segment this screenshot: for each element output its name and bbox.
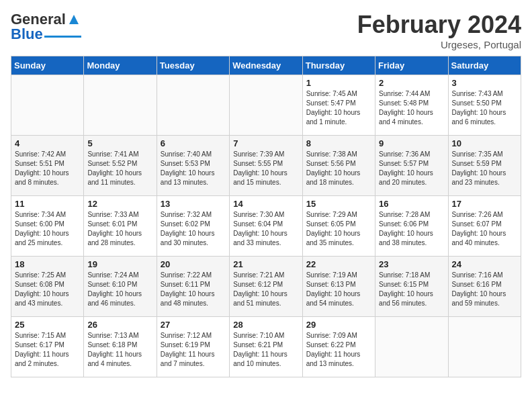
calendar-table: SundayMondayTuesdayWednesdayThursdayFrid… xyxy=(11,56,521,377)
day-info: Sunrise: 7:34 AMSunset: 6:00 PMDaylight:… xyxy=(15,210,80,248)
day-cell: 20Sunrise: 7:22 AMSunset: 6:11 PMDayligh… xyxy=(157,257,229,317)
week-row-5: 25Sunrise: 7:15 AMSunset: 6:17 PMDayligh… xyxy=(11,317,521,377)
day-info: Sunrise: 7:19 AMSunset: 6:13 PMDaylight:… xyxy=(306,271,371,308)
calendar-header: SundayMondayTuesdayWednesdayThursdayFrid… xyxy=(11,56,521,75)
week-row-4: 18Sunrise: 7:25 AMSunset: 6:08 PMDayligh… xyxy=(11,257,521,317)
day-number: 18 xyxy=(15,259,80,269)
day-cell: 21Sunrise: 7:21 AMSunset: 6:12 PMDayligh… xyxy=(230,257,302,317)
page-header: General Blue February 2024 Urgeses, Port… xyxy=(11,11,521,50)
day-number: 20 xyxy=(161,259,226,269)
day-number: 17 xyxy=(452,199,517,209)
day-cell: 26Sunrise: 7:13 AMSunset: 6:18 PMDayligh… xyxy=(84,317,157,377)
day-cell: 16Sunrise: 7:28 AMSunset: 6:06 PMDayligh… xyxy=(375,196,448,257)
day-cell xyxy=(11,75,84,136)
day-cell: 24Sunrise: 7:16 AMSunset: 6:16 PMDayligh… xyxy=(448,257,521,317)
day-number: 12 xyxy=(87,199,152,209)
header-row: SundayMondayTuesdayWednesdayThursdayFrid… xyxy=(11,56,521,75)
week-row-1: 1Sunrise: 7:45 AMSunset: 5:47 PMDaylight… xyxy=(11,75,521,136)
day-number: 5 xyxy=(87,138,152,148)
header-cell-sunday: Sunday xyxy=(11,56,84,75)
day-info: Sunrise: 7:41 AMSunset: 5:52 PMDaylight:… xyxy=(87,150,152,187)
day-info: Sunrise: 7:36 AMSunset: 5:57 PMDaylight:… xyxy=(379,150,444,187)
day-cell: 6Sunrise: 7:40 AMSunset: 5:53 PMDaylight… xyxy=(157,136,229,196)
day-cell: 10Sunrise: 7:35 AMSunset: 5:59 PMDayligh… xyxy=(448,136,521,196)
day-cell: 4Sunrise: 7:42 AMSunset: 5:51 PMDaylight… xyxy=(11,136,84,196)
header-cell-wednesday: Wednesday xyxy=(230,56,302,75)
day-info: Sunrise: 7:09 AMSunset: 6:22 PMDaylight:… xyxy=(306,331,371,369)
day-cell: 5Sunrise: 7:41 AMSunset: 5:52 PMDaylight… xyxy=(84,136,157,196)
day-info: Sunrise: 7:12 AMSunset: 6:19 PMDaylight:… xyxy=(161,331,226,369)
day-cell: 1Sunrise: 7:45 AMSunset: 5:47 PMDaylight… xyxy=(302,75,375,136)
day-number: 21 xyxy=(233,259,298,269)
day-number: 8 xyxy=(306,138,371,148)
day-number: 6 xyxy=(161,138,226,148)
day-info: Sunrise: 7:39 AMSunset: 5:55 PMDaylight:… xyxy=(233,150,298,187)
day-cell: 17Sunrise: 7:26 AMSunset: 6:07 PMDayligh… xyxy=(448,196,521,257)
day-cell: 27Sunrise: 7:12 AMSunset: 6:19 PMDayligh… xyxy=(157,317,229,377)
day-cell: 22Sunrise: 7:19 AMSunset: 6:13 PMDayligh… xyxy=(302,257,375,317)
week-row-2: 4Sunrise: 7:42 AMSunset: 5:51 PMDaylight… xyxy=(11,136,521,196)
day-cell: 28Sunrise: 7:10 AMSunset: 6:21 PMDayligh… xyxy=(230,317,302,377)
header-cell-thursday: Thursday xyxy=(302,56,375,75)
day-number: 29 xyxy=(306,320,371,330)
day-cell: 18Sunrise: 7:25 AMSunset: 6:08 PMDayligh… xyxy=(11,257,84,317)
logo-icon xyxy=(66,12,81,27)
logo-blue-line: Blue xyxy=(11,26,81,43)
day-info: Sunrise: 7:35 AMSunset: 5:59 PMDaylight:… xyxy=(452,150,517,187)
logo-underline xyxy=(44,36,81,38)
day-info: Sunrise: 7:40 AMSunset: 5:53 PMDaylight:… xyxy=(161,150,226,187)
day-number: 26 xyxy=(87,320,152,330)
day-info: Sunrise: 7:42 AMSunset: 5:51 PMDaylight:… xyxy=(15,150,80,187)
day-cell xyxy=(230,75,302,136)
header-cell-friday: Friday xyxy=(375,56,448,75)
day-number: 27 xyxy=(161,320,226,330)
day-info: Sunrise: 7:24 AMSunset: 6:10 PMDaylight:… xyxy=(87,271,152,308)
day-cell: 3Sunrise: 7:43 AMSunset: 5:50 PMDaylight… xyxy=(448,75,521,136)
day-cell: 8Sunrise: 7:38 AMSunset: 5:56 PMDaylight… xyxy=(302,136,375,196)
day-cell: 15Sunrise: 7:29 AMSunset: 6:05 PMDayligh… xyxy=(302,196,375,257)
day-info: Sunrise: 7:25 AMSunset: 6:08 PMDaylight:… xyxy=(15,271,80,308)
day-number: 16 xyxy=(379,199,444,209)
day-cell: 12Sunrise: 7:33 AMSunset: 6:01 PMDayligh… xyxy=(84,196,157,257)
day-cell: 9Sunrise: 7:36 AMSunset: 5:57 PMDaylight… xyxy=(375,136,448,196)
day-number: 22 xyxy=(306,259,371,269)
header-cell-saturday: Saturday xyxy=(448,56,521,75)
day-number: 15 xyxy=(306,199,371,209)
day-number: 24 xyxy=(452,259,517,269)
day-cell xyxy=(375,317,448,377)
day-number: 1 xyxy=(306,78,371,88)
day-number: 14 xyxy=(233,199,298,209)
day-info: Sunrise: 7:43 AMSunset: 5:50 PMDaylight:… xyxy=(452,89,517,127)
day-info: Sunrise: 7:45 AMSunset: 5:47 PMDaylight:… xyxy=(306,89,371,127)
day-number: 28 xyxy=(233,320,298,330)
day-cell xyxy=(157,75,229,136)
header-cell-tuesday: Tuesday xyxy=(157,56,229,75)
day-info: Sunrise: 7:26 AMSunset: 6:07 PMDaylight:… xyxy=(452,210,517,248)
day-number: 25 xyxy=(15,320,80,330)
day-number: 13 xyxy=(161,199,226,209)
day-cell: 13Sunrise: 7:32 AMSunset: 6:02 PMDayligh… xyxy=(157,196,229,257)
location: Urgeses, Portugal xyxy=(357,39,521,50)
logo-blue-text: Blue xyxy=(11,26,43,43)
day-cell: 23Sunrise: 7:18 AMSunset: 6:15 PMDayligh… xyxy=(375,257,448,317)
day-info: Sunrise: 7:38 AMSunset: 5:56 PMDaylight:… xyxy=(306,150,371,187)
day-number: 4 xyxy=(15,138,80,148)
day-number: 19 xyxy=(87,259,152,269)
day-cell: 11Sunrise: 7:34 AMSunset: 6:00 PMDayligh… xyxy=(11,196,84,257)
day-cell: 29Sunrise: 7:09 AMSunset: 6:22 PMDayligh… xyxy=(302,317,375,377)
day-number: 7 xyxy=(233,138,298,148)
day-info: Sunrise: 7:16 AMSunset: 6:16 PMDaylight:… xyxy=(452,271,517,308)
day-cell xyxy=(448,317,521,377)
day-number: 2 xyxy=(379,78,444,88)
logo: General Blue xyxy=(11,11,81,43)
month-title: February 2024 xyxy=(357,11,521,39)
day-cell: 2Sunrise: 7:44 AMSunset: 5:48 PMDaylight… xyxy=(375,75,448,136)
day-number: 11 xyxy=(15,199,80,209)
day-number: 3 xyxy=(452,78,517,88)
day-cell: 19Sunrise: 7:24 AMSunset: 6:10 PMDayligh… xyxy=(84,257,157,317)
calendar-body: 1Sunrise: 7:45 AMSunset: 5:47 PMDaylight… xyxy=(11,75,521,377)
day-info: Sunrise: 7:21 AMSunset: 6:12 PMDaylight:… xyxy=(233,271,298,308)
day-info: Sunrise: 7:10 AMSunset: 6:21 PMDaylight:… xyxy=(233,331,298,369)
day-cell: 14Sunrise: 7:30 AMSunset: 6:04 PMDayligh… xyxy=(230,196,302,257)
svg-marker-0 xyxy=(69,15,79,24)
